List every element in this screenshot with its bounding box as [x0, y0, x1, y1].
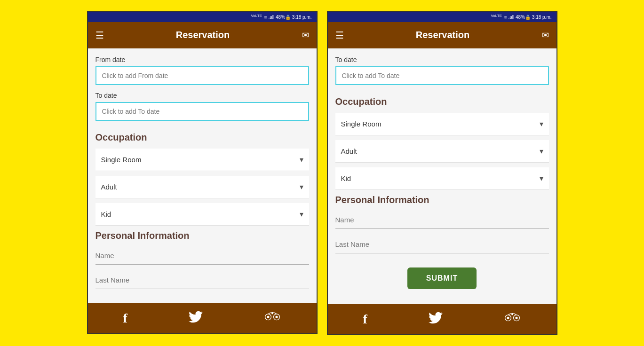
- left-dropdown-kid[interactable]: Kid ▾: [95, 203, 309, 226]
- svg-point-4: [271, 313, 273, 315]
- right-twitter-icon[interactable]: [429, 312, 443, 327]
- svg-point-7: [507, 317, 509, 319]
- left-phone-frame: VoLTE ≋ .all 48%🔒 3:18 p.m. ☰ Reservatio…: [87, 11, 318, 334]
- left-status-text: VoLTE ≋ .all 48%🔒 3:18 p.m.: [251, 14, 311, 20]
- right-tripadvisor-icon[interactable]: [504, 311, 521, 327]
- left-dropdown-single-room-label: Single Room: [101, 156, 142, 164]
- left-name-input[interactable]: [95, 247, 309, 265]
- right-phone-frame: VoLTE ≋ .all 48%🔒 3:18 p.m. ☰ Reservatio…: [327, 11, 557, 335]
- svg-point-9: [511, 314, 513, 315]
- left-app-bar: ☰ Reservation ✉: [88, 22, 317, 48]
- left-dropdown-single-room-arrow: ▾: [300, 155, 303, 164]
- left-personal-info-heading: Personal Information: [95, 230, 309, 241]
- right-content: To date Occupation Single Room ▾ Adult ▾…: [328, 48, 557, 304]
- right-dropdown-adult[interactable]: Adult ▾: [335, 140, 549, 163]
- left-status-bar: VoLTE ≋ .all 48%🔒 3:18 p.m.: [88, 12, 317, 22]
- left-content: From date To date Occupation Single Room…: [88, 48, 317, 303]
- left-mail-icon[interactable]: ✉: [302, 30, 309, 40]
- right-dropdown-kid[interactable]: Kid ▾: [335, 167, 549, 190]
- left-from-date-input[interactable]: [95, 66, 309, 85]
- right-to-date-label: To date: [335, 56, 549, 63]
- submit-button[interactable]: SUBMIT: [407, 267, 477, 289]
- right-dropdown-kid-arrow: ▾: [540, 174, 543, 183]
- right-menu-icon[interactable]: ☰: [335, 30, 344, 41]
- left-occupation-heading: Occupation: [95, 132, 309, 143]
- left-dropdown-kid-arrow: ▾: [300, 210, 303, 219]
- svg-point-8: [516, 317, 518, 319]
- right-status-text: VoLTE ≋ .all 48%🔒 3:18 p.m.: [491, 14, 551, 20]
- right-dropdown-adult-arrow: ▾: [540, 147, 543, 156]
- right-facebook-icon[interactable]: f: [363, 312, 367, 327]
- right-mail-icon[interactable]: ✉: [542, 30, 549, 40]
- right-name-input[interactable]: [335, 211, 549, 229]
- left-facebook-icon[interactable]: f: [123, 311, 127, 326]
- left-dropdown-adult-arrow: ▾: [300, 182, 303, 191]
- left-to-date-input[interactable]: [95, 102, 309, 121]
- right-dropdown-adult-label: Adult: [341, 147, 357, 155]
- left-bottom-bar: f: [88, 303, 317, 333]
- right-app-title: Reservation: [416, 30, 470, 40]
- right-bottom-bar: f: [328, 304, 557, 334]
- left-lastname-input[interactable]: [95, 271, 309, 289]
- right-app-bar: ☰ Reservation ✉: [328, 22, 557, 48]
- right-lastname-input[interactable]: [335, 236, 549, 253]
- right-to-date-input[interactable]: [335, 66, 549, 85]
- svg-point-3: [276, 316, 278, 318]
- right-dropdown-single-room[interactable]: Single Room ▾: [335, 113, 549, 135]
- left-menu-icon[interactable]: ☰: [95, 30, 104, 41]
- right-dropdown-single-room-label: Single Room: [341, 120, 382, 128]
- svg-point-2: [267, 316, 270, 318]
- left-app-title: Reservation: [176, 30, 230, 40]
- right-dropdown-kid-label: Kid: [341, 174, 351, 182]
- left-tripadvisor-icon[interactable]: [264, 310, 281, 326]
- left-to-date-label: To date: [95, 92, 309, 99]
- left-dropdown-adult[interactable]: Adult ▾: [95, 176, 309, 198]
- right-occupation-heading: Occupation: [335, 96, 549, 107]
- right-status-bar: VoLTE ≋ .all 48%🔒 3:18 p.m.: [328, 12, 557, 22]
- left-dropdown-single-room[interactable]: Single Room ▾: [95, 149, 309, 171]
- left-dropdown-kid-label: Kid: [101, 210, 111, 218]
- right-dropdown-single-room-arrow: ▾: [540, 119, 543, 128]
- left-dropdown-adult-label: Adult: [101, 183, 117, 191]
- right-personal-info-heading: Personal Information: [335, 195, 549, 205]
- left-twitter-icon[interactable]: [189, 311, 203, 326]
- left-from-date-label: From date: [95, 56, 309, 63]
- screenshot-container: VoLTE ≋ .all 48%🔒 3:18 p.m. ☰ Reservatio…: [87, 11, 557, 335]
